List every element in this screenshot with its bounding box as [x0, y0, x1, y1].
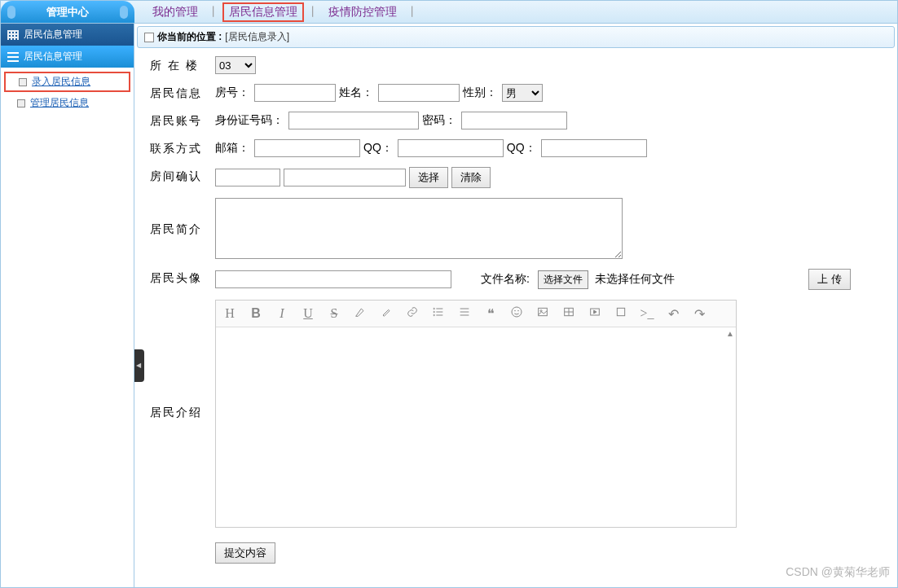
align-icon[interactable] — [457, 305, 472, 322]
table-icon[interactable] — [561, 305, 576, 322]
code-icon[interactable]: >_ — [640, 306, 654, 321]
input-room-confirm-1[interactable] — [215, 169, 280, 186]
strikethrough-icon[interactable]: S — [327, 306, 341, 321]
select-button[interactable]: 选择 — [409, 167, 448, 188]
label-name: 姓名： — [339, 86, 373, 100]
italic-icon[interactable]: I — [275, 306, 289, 321]
file-status-text: 未选择任何文件 — [595, 272, 675, 287]
label-brief: 居民简介 — [142, 198, 215, 237]
form-area: 所 在 楼 03 居民信息 房号： 姓名： 性别： — [137, 48, 895, 585]
label-building: 所 在 楼 — [142, 56, 215, 73]
sidebar-collapse-handle[interactable] — [134, 349, 144, 382]
image-icon[interactable] — [535, 305, 550, 322]
label-intro: 居民介绍 — [142, 300, 215, 420]
top-bar: 管理中心 我的管理 丨 居民信息管理 丨 疫情防控管理 丨 — [1, 1, 897, 24]
sidebar-link[interactable]: 录入居民信息 — [32, 75, 90, 89]
label-avatar: 居民头像 — [142, 269, 215, 286]
label-filename: 文件名称: — [481, 272, 530, 287]
nav-separator: 丨 — [304, 5, 322, 20]
input-password[interactable] — [461, 112, 567, 129]
main-content: 你当前的位置 : [居民信息录入] 所 在 楼 03 居民信息 — [134, 24, 897, 587]
breadcrumb: 你当前的位置 : [居民信息录入] — [137, 26, 895, 48]
input-qq1[interactable] — [398, 139, 504, 157]
submit-button[interactable]: 提交内容 — [215, 542, 275, 564]
bold-icon[interactable]: B — [249, 306, 263, 321]
label-resident-info: 居民信息 — [142, 84, 215, 101]
sidebar-group-label: 居民信息管理 — [24, 28, 82, 42]
brush-icon[interactable] — [379, 305, 394, 322]
input-email[interactable] — [254, 139, 360, 157]
svg-point-4 — [434, 311, 434, 312]
rich-text-editor: H B I U S ❝ — [215, 300, 737, 528]
svg-point-10 — [515, 310, 516, 311]
fullscreen-icon[interactable] — [614, 305, 628, 322]
choose-file-button[interactable]: 选择文件 — [538, 270, 588, 289]
label-idcard: 身份证号码： — [215, 113, 284, 128]
bars-icon — [7, 52, 19, 62]
svg-point-11 — [518, 310, 519, 311]
label-gender: 性别： — [463, 86, 497, 100]
nav-epidemic-control[interactable]: 疫情防控管理 — [322, 5, 403, 20]
upload-button[interactable]: 上 传 — [808, 269, 851, 290]
editor-body[interactable]: ▲ — [216, 327, 736, 527]
breadcrumb-path: [居民信息录入] — [225, 30, 289, 44]
svg-point-13 — [540, 310, 542, 312]
sidebar-group-label: 居民信息管理 — [24, 50, 82, 64]
input-avatar-path[interactable] — [215, 270, 451, 288]
input-qq2[interactable] — [541, 139, 647, 157]
input-room[interactable] — [254, 84, 336, 102]
scroll-indicator-icon: ▲ — [726, 329, 734, 338]
heading-icon[interactable]: H — [222, 306, 237, 321]
nav-resident-info[interactable]: 居民信息管理 — [222, 2, 304, 22]
sidebar: 居民信息管理 居民信息管理 录入居民信息 管理居民信息 — [1, 24, 134, 587]
list-icon[interactable] — [431, 305, 446, 322]
label-qq1: QQ： — [363, 141, 393, 156]
link-icon[interactable] — [405, 305, 420, 322]
video-icon[interactable] — [588, 305, 602, 322]
top-nav: 我的管理 丨 居民信息管理 丨 疫情防控管理 丨 — [134, 2, 421, 22]
textarea-brief[interactable] — [215, 198, 623, 259]
input-idcard[interactable] — [288, 112, 419, 129]
select-building[interactable]: 03 — [215, 56, 256, 74]
label-account: 居民账号 — [142, 112, 215, 129]
breadcrumb-label: 你当前的位置 : — [157, 30, 222, 44]
label-qq2: QQ： — [507, 141, 536, 156]
svg-rect-18 — [617, 308, 624, 315]
sidebar-item-manage-resident[interactable]: 管理居民信息 — [1, 93, 134, 113]
label-room-confirm: 房间确认 — [142, 167, 215, 184]
redo-icon[interactable]: ↷ — [692, 306, 707, 322]
label-password: 密码： — [422, 113, 456, 128]
nav-separator: 丨 — [403, 5, 421, 20]
undo-icon[interactable]: ↶ — [666, 306, 680, 322]
bullet-icon — [19, 78, 27, 86]
nav-separator: 丨 — [205, 5, 222, 20]
sidebar-link[interactable]: 管理居民信息 — [30, 96, 89, 110]
sidebar-item-input-resident[interactable]: 录入居民信息 — [4, 72, 130, 92]
sidebar-title: 管理中心 — [1, 1, 134, 23]
grid-icon — [7, 30, 19, 40]
breadcrumb-icon — [144, 33, 154, 42]
sidebar-group-header-active[interactable]: 居民信息管理 — [1, 46, 134, 68]
select-gender[interactable]: 男 — [502, 84, 543, 102]
bullet-icon — [17, 99, 25, 108]
editor-toolbar: H B I U S ❝ — [216, 301, 736, 327]
input-name[interactable] — [378, 84, 460, 102]
underline-icon[interactable]: U — [301, 306, 315, 321]
quote-icon[interactable]: ❝ — [483, 306, 498, 322]
emoji-icon[interactable] — [509, 305, 524, 322]
input-room-confirm-2[interactable] — [284, 169, 406, 186]
nav-my-management[interactable]: 我的管理 — [146, 5, 205, 20]
svg-point-3 — [434, 308, 434, 309]
marker-icon[interactable] — [353, 305, 368, 322]
svg-point-9 — [512, 307, 522, 317]
svg-point-5 — [434, 314, 434, 315]
label-room: 房号： — [215, 86, 249, 100]
sidebar-group-header[interactable]: 居民信息管理 — [1, 24, 134, 46]
label-contact: 联系方式 — [142, 139, 215, 156]
clear-button[interactable]: 清除 — [451, 167, 491, 188]
label-email: 邮箱： — [215, 141, 249, 156]
